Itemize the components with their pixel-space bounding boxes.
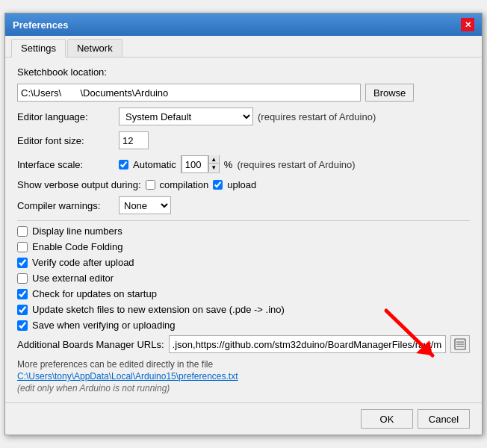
auto-scale-label[interactable]: Automatic xyxy=(133,159,176,170)
open-list-icon xyxy=(454,338,466,350)
editor-language-label: Editor language: xyxy=(17,111,114,122)
display-line-checkbox[interactable] xyxy=(17,226,28,237)
save-verify-label: Save when verifying or uploading xyxy=(32,320,176,331)
dialog-footer: OK Cancel xyxy=(5,402,482,435)
boards-url-label: Additional Boards Manager URLs: xyxy=(17,339,164,350)
editor-language-row: Editor language: System Default (require… xyxy=(17,108,470,125)
update-sketch-checkbox[interactable] xyxy=(17,305,28,315)
editor-language-note: (requires restart of Arduino) xyxy=(258,111,376,122)
sketchbook-label: Sketchbook location: xyxy=(17,66,114,78)
edit-note: (edit only when Arduino is not running) xyxy=(17,383,470,393)
external-editor-checkbox[interactable] xyxy=(17,273,28,284)
auto-scale-checkbox[interactable] xyxy=(119,160,128,169)
upload-checkbox[interactable] xyxy=(213,180,223,190)
checkbox-display-line: Display line numbers xyxy=(17,225,470,237)
sketchbook-row: Sketchbook location: xyxy=(17,66,470,78)
boards-url-row: Additional Boards Manager URLs: xyxy=(17,335,470,353)
boards-url-button[interactable] xyxy=(450,335,470,353)
compilation-label[interactable]: compilation xyxy=(160,179,209,190)
verify-upload-label: Verify code after upload xyxy=(32,257,134,268)
close-button[interactable]: ✕ xyxy=(461,18,474,31)
cancel-button[interactable]: Cancel xyxy=(418,409,470,429)
interface-scale-label: Interface scale: xyxy=(17,159,114,170)
checkbox-verify-upload: Verify code after upload xyxy=(17,257,470,268)
spinner-up[interactable]: ▲ xyxy=(208,155,219,164)
interface-scale-row: Interface scale: Automatic ▲ ▼ % (requir… xyxy=(17,155,470,173)
verify-upload-checkbox[interactable] xyxy=(17,258,28,268)
verbose-label: Show verbose output during: xyxy=(17,179,141,190)
editor-language-select[interactable]: System Default xyxy=(119,108,253,125)
update-sketch-label: Update sketch files to new extension on … xyxy=(32,304,285,315)
compiler-warnings-row: Compiler warnings: None Default More All xyxy=(17,196,470,214)
prefs-file-path[interactable]: C:\Users\tony\AppData\Local\Arduino15\pr… xyxy=(17,371,470,382)
spinner-buttons: ▲ ▼ xyxy=(208,155,219,173)
settings-panel: Sketchbook location: Browse Editor langu… xyxy=(5,57,482,402)
external-editor-label: Use external editor xyxy=(32,273,114,284)
scale-spinner: ▲ ▼ xyxy=(181,155,220,173)
tab-network[interactable]: Network xyxy=(67,39,122,57)
enable-folding-checkbox[interactable] xyxy=(17,242,28,252)
checkbox-save-verify: Save when verifying or uploading xyxy=(17,320,470,331)
editor-font-row: Editor font size: xyxy=(17,131,470,149)
sketchbook-input-row: Browse xyxy=(17,84,470,102)
percent-sign: % xyxy=(224,159,233,170)
checkbox-check-updates: Check for updates on startup xyxy=(17,288,470,299)
editor-font-label: Editor font size: xyxy=(17,135,114,146)
ok-button[interactable]: OK xyxy=(361,409,413,429)
divider-1 xyxy=(17,220,470,221)
sketchbook-input[interactable] xyxy=(17,84,361,102)
upload-label[interactable]: upload xyxy=(227,179,256,190)
compilation-checkbox[interactable] xyxy=(146,180,155,190)
boards-url-input[interactable] xyxy=(169,335,446,353)
checkbox-enable-folding: Enable Code Folding xyxy=(17,241,470,252)
editor-font-input[interactable] xyxy=(119,131,149,149)
check-updates-label: Check for updates on startup xyxy=(32,288,157,299)
verbose-row: Show verbose output during: compilation … xyxy=(17,179,470,190)
save-verify-checkbox[interactable] xyxy=(17,320,28,331)
tab-settings[interactable]: Settings xyxy=(11,39,66,57)
checkbox-update-sketch: Update sketch files to new extension on … xyxy=(17,304,470,315)
scale-note: (requires restart of Arduino) xyxy=(237,159,355,170)
compiler-warnings-select[interactable]: None Default More All xyxy=(119,196,171,214)
display-line-label: Display line numbers xyxy=(32,225,122,237)
spinner-down[interactable]: ▼ xyxy=(208,164,219,172)
checkbox-external-editor: Use external editor xyxy=(17,273,470,284)
more-prefs-text: More preferences can be edited directly … xyxy=(17,359,470,370)
tab-bar: Settings Network xyxy=(5,36,482,57)
compiler-warnings-label: Compiler warnings: xyxy=(17,200,114,211)
enable-folding-label: Enable Code Folding xyxy=(32,241,122,252)
browse-button[interactable]: Browse xyxy=(365,84,414,102)
scale-input[interactable] xyxy=(182,155,208,173)
dialog-title: Preferences xyxy=(13,19,68,31)
preferences-dialog: Preferences ✕ Settings Network Sketchboo… xyxy=(4,13,483,435)
title-bar: Preferences ✕ xyxy=(5,13,482,36)
check-updates-checkbox[interactable] xyxy=(17,289,28,299)
